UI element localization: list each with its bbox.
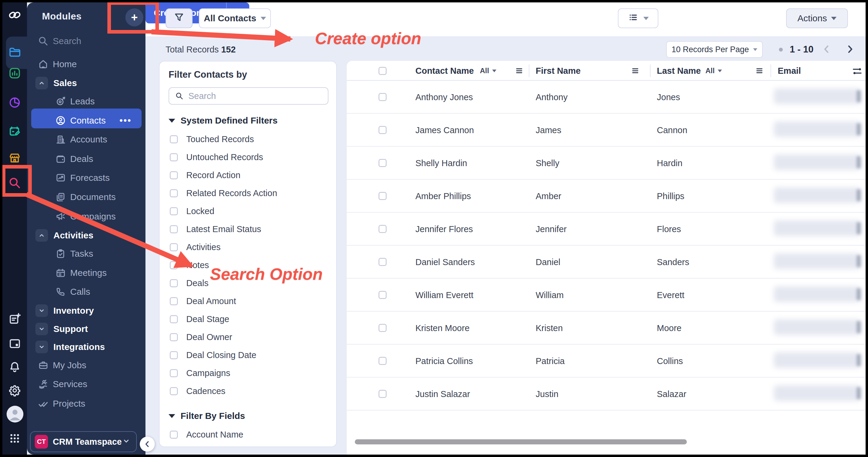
chevron-down-icon[interactable] [35,304,48,317]
checkbox[interactable] [170,297,178,305]
contact-name-cell[interactable]: Anthony Jones [415,81,473,113]
bar-chart-icon[interactable] [8,67,21,80]
checkbox[interactable] [170,261,178,269]
row-checkbox[interactable] [378,159,386,167]
row-checkbox[interactable] [378,291,386,299]
sidebar-item-my-jobs[interactable]: My Jobs [27,356,146,375]
filter-option-locked[interactable]: Locked [170,204,214,218]
more-options-icon[interactable]: ••• [119,116,132,126]
filter-option-untouched-records[interactable]: Untouched Records [170,151,263,164]
chevron-down-icon[interactable] [35,323,48,335]
section-system-defined-filters[interactable]: System Defined Filters [168,115,277,127]
checkbox[interactable] [170,171,178,179]
storefront-icon[interactable] [8,152,21,165]
row-checkbox[interactable] [378,390,386,398]
filter-option-notes[interactable]: Notes [170,259,209,272]
table-row[interactable]: James Cannon James Cannon [347,113,866,146]
table-row[interactable]: Shelly Hardin Shelly Hardin [347,146,866,179]
sidebar-collapse-button[interactable] [140,436,155,452]
filter-option-deals[interactable]: Deals [170,276,209,290]
sidebar-group-activities[interactable]: Activities [27,226,146,245]
sidebar-item-campaigns[interactable]: Campaigns [27,207,146,226]
select-all-checkbox[interactable] [378,67,386,75]
sidebar-item-projects[interactable]: Projects [27,394,146,413]
checkbox[interactable] [170,333,178,341]
teamspace-switcher[interactable]: CT CRM Teamspace [30,431,137,452]
sidebar-item-accounts[interactable]: Accounts [27,130,146,149]
sidebar-item-home[interactable]: Home [27,55,146,74]
checkbox[interactable] [170,135,178,143]
table-row[interactable]: Daniel Sanders Daniel Sanders [347,246,866,279]
contact-name-cell[interactable]: Jennifer Flores [415,213,473,246]
records-per-page-dropdown[interactable]: 10 Records Per Page [666,41,763,58]
sidebar-item-forecasts[interactable]: Forecasts [27,168,146,188]
sidebar-item-leads[interactable]: Leads [27,92,146,111]
sidebar-group-support[interactable]: Support [27,319,146,338]
contact-name-cell[interactable]: William Everett [415,279,473,312]
sidebar-group-inventory[interactable]: Inventory [27,301,146,320]
column-menu-icon[interactable] [515,67,524,75]
checkbox[interactable] [170,243,178,251]
row-checkbox[interactable] [378,192,386,200]
sidebar-item-contacts[interactable]: Contacts ••• [27,111,146,130]
sidebar-item-services[interactable]: Services [27,374,146,394]
filter-funnel-button[interactable] [165,8,192,28]
chevron-down-icon[interactable] [35,341,48,353]
sidebar-item-calls[interactable]: Calls [27,282,146,301]
next-page-button[interactable] [844,43,856,56]
checkbox[interactable] [170,225,178,233]
last-name-all-filter[interactable]: All [706,61,722,81]
contact-name-cell[interactable]: Amber Phillips [415,179,471,213]
column-menu-icon[interactable] [631,67,640,75]
column-header-first-name[interactable]: First Name [536,61,581,81]
rail-search-icon[interactable] [8,176,21,190]
row-checkbox[interactable] [378,258,386,266]
note-add-icon[interactable] [8,312,21,325]
calendar-edit-icon[interactable] [8,125,21,138]
section-filter-by-fields[interactable]: Filter By Fields [168,410,245,422]
contact-name-cell[interactable]: Justin Salazar [415,378,470,411]
pie-chart-icon[interactable] [8,96,21,109]
user-avatar[interactable] [7,406,23,423]
column-header-email[interactable]: Email [778,61,801,81]
create-module-plus-button[interactable]: + [125,8,143,26]
view-selector-dropdown[interactable]: All Contacts [199,8,271,28]
row-checkbox[interactable] [378,225,386,233]
column-settings-icon[interactable] [852,66,863,76]
filter-option-cadences[interactable]: Cadences [170,385,225,398]
row-checkbox[interactable] [378,93,386,101]
column-header-contact-name[interactable]: Contact Name [415,61,474,81]
filter-option-deal-owner[interactable]: Deal Owner [170,330,232,344]
filter-option-related-records-action[interactable]: Related Records Action [170,187,277,200]
filter-option-record-action[interactable]: Record Action [170,168,241,182]
row-checkbox[interactable] [378,357,386,365]
table-row[interactable]: Jennifer Flores Jennifer Flores [347,213,866,246]
filter-option-latest-email-status[interactable]: Latest Email Status [170,223,261,236]
gear-icon[interactable] [8,384,21,397]
checkbox[interactable] [170,315,178,323]
table-row[interactable]: Anthony Jones Anthony Jones [347,81,866,113]
horizontal-scrollbar[interactable] [355,439,687,445]
filter-option-deal-amount[interactable]: Deal Amount [170,294,236,308]
contact-name-cell[interactable]: Daniel Sanders [415,246,475,279]
table-row[interactable]: Kristen Moore Kristen Moore [347,312,866,345]
table-row[interactable]: William Everett William Everett [347,279,866,312]
checkbox[interactable] [170,369,178,377]
filter-option-deal-stage[interactable]: Deal Stage [170,313,229,326]
row-checkbox[interactable] [378,126,386,134]
filter-option-campaigns[interactable]: Campaigns [170,366,230,380]
table-row[interactable]: Justin Salazar Justin Salazar [347,378,866,411]
filter-option-deal-closing-date[interactable]: Deal Closing Date [170,349,256,362]
column-header-last-name[interactable]: Last Name [657,61,701,81]
table-row[interactable]: Patricia Collins Patricia Collins [347,345,866,378]
sidebar-item-documents[interactable]: Documents [27,188,146,206]
checkbox[interactable] [170,387,178,395]
bell-icon[interactable] [8,360,21,373]
contact-name-cell[interactable]: Patricia Collins [415,345,473,378]
chevron-up-icon[interactable] [35,77,48,89]
checkbox[interactable] [170,189,178,197]
checkbox[interactable] [170,279,178,287]
filter-option-activities[interactable]: Activities [170,240,220,254]
row-checkbox[interactable] [378,324,386,332]
app-grid-icon[interactable] [8,432,21,445]
